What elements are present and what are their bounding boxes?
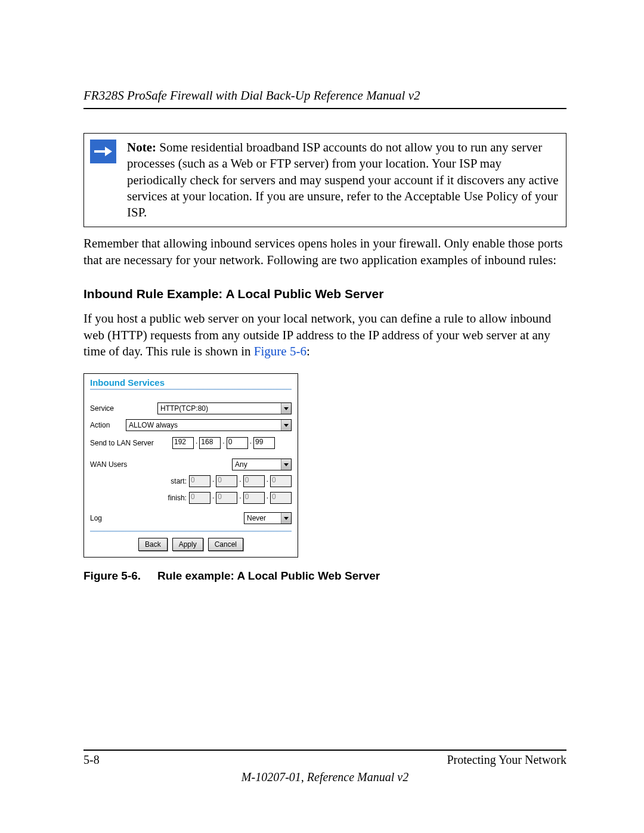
- start-ip-octet-2[interactable]: 0: [216, 475, 237, 487]
- finish-ip-octet-4[interactable]: 0: [270, 492, 292, 504]
- label-finish: finish:: [160, 494, 187, 502]
- log-select[interactable]: Never: [244, 512, 292, 524]
- figure-caption-text: Rule example: A Local Public Web Server: [157, 569, 380, 582]
- paragraph-intro-a: If you host a public web server on your …: [83, 311, 551, 358]
- footer-rule: [83, 750, 566, 751]
- chevron-down-icon: [281, 403, 291, 414]
- figure-crossref-link[interactable]: Figure 5-6: [254, 344, 306, 358]
- finish-ip-group: 0. 0. 0. 0: [189, 492, 292, 504]
- wan-users-value: Any: [233, 460, 281, 469]
- note-text: Note: Some residential broadband ISP acc…: [127, 140, 559, 221]
- back-button[interactable]: Back: [138, 538, 168, 551]
- header-rule: [83, 108, 566, 109]
- service-select-value: HTTP(TCP:80): [158, 404, 281, 413]
- apply-button[interactable]: Apply: [172, 538, 203, 551]
- document-page: FR328S ProSafe Firewall with Dial Back-U…: [0, 0, 644, 833]
- finish-ip-octet-1[interactable]: 0: [189, 492, 210, 504]
- arrow-right-icon: [90, 140, 116, 163]
- finish-ip-octet-3[interactable]: 0: [243, 492, 265, 504]
- note-body: Some residential broadband ISP accounts …: [127, 140, 559, 219]
- start-ip-octet-3[interactable]: 0: [243, 475, 265, 487]
- chevron-down-icon: [281, 459, 291, 470]
- paragraph-remember: Remember that allowing inbound services …: [83, 236, 566, 268]
- label-log: Log: [90, 514, 156, 522]
- figure-number: Figure 5-6.: [83, 569, 141, 582]
- label-wan-users: WAN Users: [90, 460, 156, 469]
- service-select[interactable]: HTTP(TCP:80): [157, 402, 292, 414]
- finish-ip-octet-2[interactable]: 0: [216, 492, 237, 504]
- lan-ip-octet-2[interactable]: 168: [199, 437, 221, 449]
- lan-ip-octet-3[interactable]: 0: [227, 437, 248, 449]
- label-service: Service: [90, 404, 156, 413]
- start-ip-group: 0. 0. 0. 0: [189, 475, 292, 487]
- action-select[interactable]: ALLOW always: [126, 419, 292, 431]
- section-name: Protecting Your Network: [447, 753, 566, 767]
- lan-ip-octet-1[interactable]: 192: [172, 437, 194, 449]
- chevron-down-icon: [281, 420, 291, 431]
- label-start: start:: [160, 477, 187, 485]
- cancel-button[interactable]: Cancel: [208, 538, 243, 551]
- start-ip-octet-1[interactable]: 0: [189, 475, 210, 487]
- section-heading: Inbound Rule Example: A Local Public Web…: [83, 287, 566, 301]
- chevron-down-icon: [281, 513, 291, 524]
- lan-ip-octet-4[interactable]: 99: [253, 437, 275, 449]
- figure-caption: Figure 5-6.Rule example: A Local Public …: [83, 569, 566, 583]
- wan-users-select[interactable]: Any: [232, 459, 292, 470]
- note-callout: Note: Some residential broadband ISP acc…: [83, 133, 566, 227]
- start-ip-octet-4[interactable]: 0: [270, 475, 292, 487]
- label-send-to: Send to LAN Server: [90, 439, 156, 447]
- figure: Inbound Services Service HTTP(TCP:80) Ac…: [83, 373, 566, 583]
- paragraph-intro-b: :: [306, 344, 310, 358]
- paragraph-intro: If you host a public web server on your …: [83, 311, 566, 360]
- note-label: Note:: [127, 140, 156, 154]
- page-number: 5-8: [83, 753, 100, 767]
- panel-divider: [90, 531, 292, 532]
- action-select-value: ALLOW always: [126, 421, 281, 429]
- panel-title: Inbound Services: [90, 377, 292, 388]
- manual-id: M-10207-01, Reference Manual v2: [83, 770, 566, 784]
- panel-divider: [90, 389, 292, 390]
- lan-ip-group: 192. 168. 0. 99: [172, 437, 275, 449]
- running-header: FR328S ProSafe Firewall with Dial Back-U…: [83, 88, 566, 103]
- inbound-services-panel: Inbound Services Service HTTP(TCP:80) Ac…: [83, 373, 298, 558]
- log-select-value: Never: [244, 514, 281, 522]
- page-footer: 5-8 Protecting Your Network M-10207-01, …: [83, 745, 566, 784]
